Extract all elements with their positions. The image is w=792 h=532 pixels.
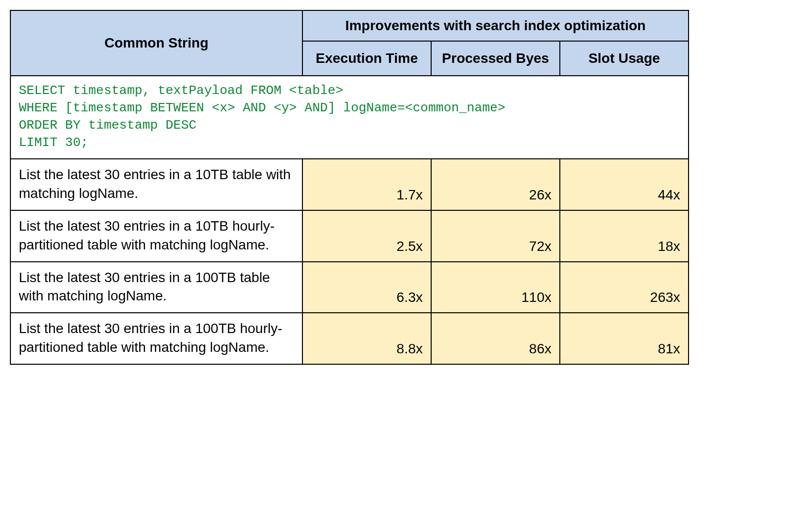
cell-slot-usage: 263x [560,262,689,313]
header-execution-time: Execution Time [302,41,431,76]
sql-row: SELECT timestamp, textPayload FROM <tabl… [10,76,689,159]
table-row: List the latest 30 entries in a 100TB ta… [10,262,689,313]
table: Common String Improvements with search i… [10,10,689,365]
cell-slot-usage: 44x [560,159,689,210]
row-description: List the latest 30 entries in a 100TB ho… [10,313,302,364]
cell-processed-bytes: 26x [431,159,560,210]
table-row: List the latest 30 entries in a 100TB ho… [10,313,689,364]
comparison-table: Common String Improvements with search i… [10,10,688,365]
table-head: Common String Improvements with search i… [10,10,689,76]
cell-processed-bytes: 86x [431,313,560,364]
header-processed-bytes: Processed Byes [431,41,560,76]
table-row: List the latest 30 entries in a 10TB hou… [10,210,689,262]
row-description: List the latest 30 entries in a 10TB tab… [10,159,302,210]
row-description: List the latest 30 entries in a 100TB ta… [10,262,302,313]
cell-slot-usage: 81x [560,313,689,364]
cell-execution-time: 1.7x [302,159,431,210]
sql-cell: SELECT timestamp, textPayload FROM <tabl… [10,76,689,159]
cell-execution-time: 2.5x [302,210,431,262]
sql-query: SELECT timestamp, textPayload FROM <tabl… [19,82,680,151]
header-slot-usage: Slot Usage [560,41,689,76]
header-common-string: Common String [10,10,302,76]
table-row: List the latest 30 entries in a 10TB tab… [10,159,689,210]
cell-execution-time: 8.8x [302,313,431,364]
cell-processed-bytes: 72x [431,210,560,262]
table-body: SELECT timestamp, textPayload FROM <tabl… [10,76,689,364]
cell-slot-usage: 18x [560,210,689,262]
header-group-improvements: Improvements with search index optimizat… [302,10,689,41]
cell-execution-time: 6.3x [302,262,431,313]
cell-processed-bytes: 110x [431,262,560,313]
row-description: List the latest 30 entries in a 10TB hou… [10,210,302,262]
